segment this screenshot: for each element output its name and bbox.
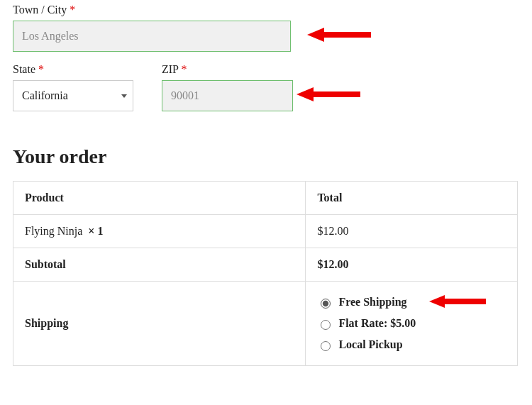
city-label: Town / City * <box>13 4 291 16</box>
col-product: Product <box>13 182 306 215</box>
required-asterisk: * <box>70 4 75 16</box>
shipping-options: Free Shipping Flat Rate: $5.00 Local Pic… <box>317 292 506 355</box>
shipping-option-flat[interactable]: Flat Rate: $5.00 <box>317 313 506 334</box>
shipping-option-free[interactable]: Free Shipping <box>317 292 506 313</box>
svg-marker-1 <box>297 87 360 101</box>
state-select[interactable]: California <box>13 80 133 111</box>
arrow-annotation <box>297 86 360 103</box>
required-asterisk: * <box>38 63 44 75</box>
product-qty: × 1 <box>88 225 103 237</box>
arrow-annotation <box>307 26 371 43</box>
zip-input[interactable] <box>162 80 293 111</box>
radio-free-shipping[interactable] <box>321 299 331 309</box>
table-row: Shipping Free Shipping Flat Rate: $5.00 … <box>13 282 518 366</box>
radio-local-pickup[interactable] <box>321 341 331 351</box>
shipping-label: Shipping <box>13 282 306 366</box>
arrow-annotation <box>429 294 486 309</box>
product-price: $12.00 <box>306 215 518 248</box>
order-heading: Your order <box>13 145 519 168</box>
chevron-down-icon <box>121 94 127 98</box>
table-row: Flying Ninja × 1 $12.00 <box>13 215 518 248</box>
state-label: State * <box>13 63 133 76</box>
zip-label: ZIP * <box>162 63 293 76</box>
required-asterisk: * <box>181 63 187 75</box>
city-input[interactable] <box>13 21 291 52</box>
col-total: Total <box>306 182 518 215</box>
order-table: Product Total Flying Ninja × 1 $12.00 Su… <box>13 181 518 366</box>
svg-marker-2 <box>429 295 486 308</box>
radio-flat-rate[interactable] <box>321 320 331 330</box>
shipping-option-pickup[interactable]: Local Pickup <box>317 334 506 355</box>
subtotal-label: Subtotal <box>13 248 306 282</box>
table-row: Subtotal $12.00 <box>13 248 518 282</box>
state-value: California <box>22 89 68 102</box>
subtotal-value: $12.00 <box>306 248 518 282</box>
product-name: Flying Ninja <box>25 225 82 237</box>
svg-marker-0 <box>307 28 371 42</box>
